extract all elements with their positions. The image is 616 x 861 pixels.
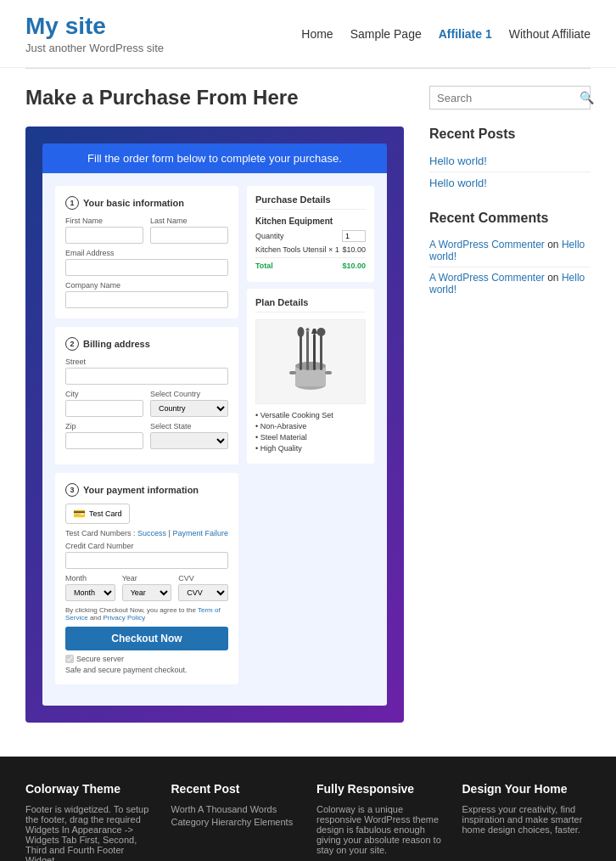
zip-input[interactable] bbox=[65, 432, 143, 449]
month-group: Month Month bbox=[65, 574, 115, 601]
site-header: My site Just another WordPress site Home… bbox=[0, 0, 616, 68]
svg-rect-7 bbox=[320, 332, 322, 370]
year-select[interactable]: Year bbox=[122, 584, 172, 601]
comment-2: A WordPress Commenter on Hello world! bbox=[429, 267, 591, 300]
cc-number-label: Credit Card Number bbox=[65, 542, 228, 550]
year-label: Year bbox=[122, 574, 172, 582]
site-title: My site bbox=[25, 13, 164, 40]
secure-badge: Secure server bbox=[65, 655, 228, 663]
nav-affiliate1[interactable]: Affiliate 1 bbox=[439, 27, 492, 41]
footer-col1-title: Colorway Theme bbox=[25, 782, 154, 796]
form-left: 1 Your basic information First Name Last… bbox=[55, 186, 238, 693]
svg-point-8 bbox=[317, 328, 326, 336]
post-link-1[interactable]: Hello world! bbox=[429, 150, 591, 172]
page-title: Make a Purchase From Here bbox=[25, 86, 404, 110]
main-nav: Home Sample Page Affiliate 1 Without Aff… bbox=[301, 27, 591, 41]
country-select[interactable]: Country bbox=[150, 400, 228, 417]
email-input[interactable] bbox=[65, 259, 228, 276]
quantity-input[interactable] bbox=[342, 230, 366, 242]
footer-col-1: Colorway Theme Footer is widgetized. To … bbox=[25, 782, 154, 861]
recent-posts-section: Recent Posts Hello world! Hello world! bbox=[429, 127, 591, 194]
total-row: Total $10.00 bbox=[255, 257, 366, 270]
comment-1: A WordPress Commenter on Hello world! bbox=[429, 234, 591, 267]
commenter-2[interactable]: A WordPress Commenter bbox=[429, 272, 545, 284]
company-group: Company Name bbox=[65, 281, 228, 308]
country-group: Select Country Country bbox=[150, 390, 228, 417]
kitchen-equipment-title: Kitchen Equipment bbox=[255, 217, 366, 226]
plan-details-panel: Plan Details bbox=[247, 289, 374, 464]
checkout-button[interactable]: Checkout Now bbox=[65, 627, 228, 650]
search-icon[interactable]: 🔍 bbox=[580, 91, 594, 104]
zip-state-row: Zip Select State bbox=[65, 422, 228, 449]
feature-1: Versatile Cooking Set bbox=[255, 411, 366, 419]
svg-point-4 bbox=[298, 327, 305, 337]
name-row: First Name Last Name bbox=[65, 217, 228, 244]
form-section-basic: 1 Your basic information First Name Last… bbox=[55, 186, 238, 318]
svg-rect-6 bbox=[313, 334, 316, 370]
plan-features: Versatile Cooking Set Non-Abrasive Steel… bbox=[255, 411, 366, 453]
state-group: Select State bbox=[150, 422, 228, 449]
checkout-wrapper: Fill the order form below to complete yo… bbox=[25, 127, 404, 723]
footer-post-link[interactable]: Worth A Thousand Words bbox=[171, 804, 300, 814]
state-select[interactable] bbox=[150, 432, 228, 449]
cc-number-input[interactable] bbox=[65, 552, 228, 569]
street-input[interactable] bbox=[65, 368, 228, 385]
last-name-group: Last Name bbox=[150, 217, 228, 244]
footer-col4-title: Design Your Home bbox=[462, 782, 591, 796]
search-input[interactable] bbox=[437, 92, 580, 104]
svg-rect-3 bbox=[300, 332, 302, 370]
email-group: Email Address bbox=[65, 249, 228, 276]
purchase-details-panel: Purchase Details Kitchen Equipment Quant… bbox=[247, 186, 374, 282]
footer-col2-title: Recent Post bbox=[171, 782, 300, 796]
failure-link[interactable]: Payment Failure bbox=[172, 529, 228, 537]
first-name-input[interactable] bbox=[65, 227, 143, 244]
form-section-billing: 2 Billing address Street City bbox=[55, 327, 238, 464]
city-country-row: City Select Country Country bbox=[65, 390, 228, 417]
cvv-select[interactable]: CVV bbox=[178, 584, 228, 601]
month-label: Month bbox=[65, 574, 115, 582]
first-name-label: First Name bbox=[65, 217, 143, 225]
svg-rect-9 bbox=[289, 371, 296, 374]
test-card-note: Test Card Numbers : Success | Payment Fa… bbox=[65, 529, 228, 537]
product-svg bbox=[281, 324, 340, 400]
search-box: 🔍 bbox=[429, 86, 591, 110]
content-area: Make a Purchase From Here Fill the order… bbox=[25, 86, 404, 723]
state-label: Select State bbox=[150, 422, 228, 430]
feature-2: Non-Abrasive bbox=[255, 422, 366, 430]
post-link-2[interactable]: Hello world! bbox=[429, 172, 591, 194]
street-group: Street bbox=[65, 357, 228, 385]
section2-title: 2 Billing address bbox=[65, 337, 228, 351]
svg-rect-5 bbox=[306, 330, 309, 370]
recent-comments-section: Recent Comments A WordPress Commenter on… bbox=[429, 211, 591, 300]
section1-title: 1 Your basic information bbox=[65, 196, 228, 210]
checkout-body: 1 Your basic information First Name Last… bbox=[42, 173, 387, 706]
nav-home[interactable]: Home bbox=[301, 27, 333, 41]
footer: Colorway Theme Footer is widgetized. To … bbox=[0, 757, 616, 861]
footer-grid: Colorway Theme Footer is widgetized. To … bbox=[25, 782, 591, 861]
footer-col3-text: Colorway is a unique responsive WordPres… bbox=[316, 804, 445, 855]
nav-without-affiliate[interactable]: Without Affiliate bbox=[509, 27, 591, 41]
footer-col-3: Fully Responsive Colorway is a unique re… bbox=[316, 782, 445, 861]
success-link[interactable]: Success bbox=[137, 529, 166, 537]
last-name-input[interactable] bbox=[150, 227, 228, 244]
month-select[interactable]: Month bbox=[65, 584, 115, 601]
test-card-button[interactable]: 💳 Test Card bbox=[65, 504, 130, 524]
street-label: Street bbox=[65, 357, 228, 366]
month-year-cvv-row: Month Month Year Year bbox=[65, 574, 228, 601]
section3-title: 3 Your payment information bbox=[65, 483, 228, 497]
country-label: Select Country bbox=[150, 390, 228, 398]
footer-post-sub[interactable]: Category Hierarchy Elements bbox=[171, 817, 300, 827]
privacy-link[interactable]: Privacy Policy bbox=[104, 614, 146, 622]
commenter-1[interactable]: A WordPress Commenter bbox=[429, 239, 545, 250]
city-label: City bbox=[65, 390, 143, 398]
company-input[interactable] bbox=[65, 291, 228, 308]
feature-3: Steel Material bbox=[255, 433, 366, 442]
city-input[interactable] bbox=[65, 400, 143, 417]
purchase-details-title: Purchase Details bbox=[255, 194, 366, 210]
site-tagline: Just another WordPress site bbox=[25, 42, 164, 54]
svg-rect-10 bbox=[325, 371, 332, 374]
footer-col1-text: Footer is widgetized. To setup the foote… bbox=[25, 804, 154, 861]
nav-sample-page[interactable]: Sample Page bbox=[350, 27, 422, 41]
sidebar: 🔍 Recent Posts Hello world! Hello world!… bbox=[429, 86, 591, 723]
form-right: Purchase Details Kitchen Equipment Quant… bbox=[247, 186, 374, 693]
